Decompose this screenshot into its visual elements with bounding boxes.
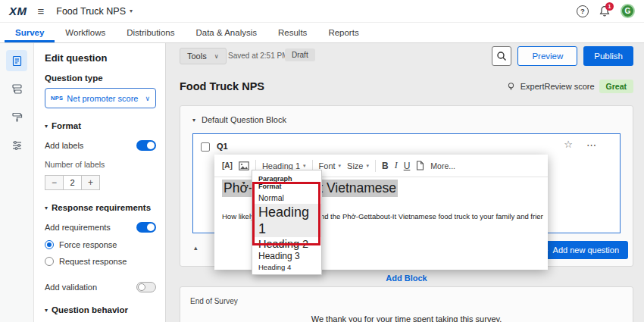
question-checkbox[interactable] [201, 142, 210, 152]
add-validation-toggle[interactable] [136, 282, 156, 292]
add-requirements-toggle[interactable] [136, 222, 156, 233]
rail-item-survey-builder[interactable] [6, 50, 27, 71]
block-title: Default Question Block [202, 115, 286, 124]
survey-title-topbar[interactable]: Food Truck NPS [56, 6, 126, 17]
rail-item-survey-options[interactable] [6, 134, 27, 155]
survey-flow-icon [11, 83, 23, 95]
menu-item-normal[interactable]: Normal [252, 192, 321, 204]
number-of-labels-label: Number of labels [45, 160, 156, 169]
add-requirements-label: Add requirements [45, 223, 111, 232]
italic-button[interactable]: I [395, 160, 398, 171]
block-footer-collapse-icon[interactable]: ▴ [194, 244, 198, 252]
menu-item-heading-3[interactable]: Heading 3 [252, 251, 321, 262]
font-dropdown-label: Font [319, 161, 336, 170]
tab-survey[interactable]: Survey [5, 23, 55, 42]
preview-button[interactable]: Preview [517, 46, 577, 66]
select-caret-icon: ∨ [145, 95, 150, 102]
insert-file-icon[interactable] [416, 161, 424, 170]
collapse-caret-icon: ▾ [45, 123, 48, 130]
tools-button[interactable]: Tools ∨ [180, 48, 227, 64]
menu-item-heading-4[interactable]: Heading 4 [252, 262, 321, 272]
dropdown-caret-icon: ▾ [339, 163, 342, 169]
main-nav: Survey Workflows Distributions Data & An… [0, 23, 644, 43]
topbar-right: ? 1 G [577, 4, 635, 18]
edit-question-panel: Edit question Question type NPS Net prom… [34, 43, 166, 322]
nps-badge: NPS [51, 95, 63, 102]
publish-button[interactable]: Publish [583, 46, 633, 66]
request-response-label: Request response [59, 257, 127, 266]
paragraph-format-dropdown[interactable]: Heading 1 ▾ [262, 161, 306, 170]
stepper-plus-button[interactable]: + [81, 175, 100, 190]
menu-item-heading-1[interactable]: Heading 1 [252, 204, 321, 237]
rail-item-survey-flow[interactable] [6, 78, 27, 99]
tab-data-analysis[interactable]: Data & Analysis [185, 23, 267, 42]
end-of-survey-label: End of Survey [190, 297, 238, 305]
tools-label: Tools [187, 52, 207, 61]
stepper-value: 2 [63, 175, 82, 190]
rich-content-editor-icon[interactable]: [A] [222, 161, 233, 170]
add-new-question-button[interactable]: + Add new question [534, 241, 628, 259]
question-type-label: Question type [45, 73, 156, 83]
question-menu-icon[interactable]: ⋯ [586, 139, 597, 151]
search-button[interactable] [492, 46, 511, 66]
xm-logo: XM [9, 5, 27, 17]
force-response-radio[interactable] [45, 240, 54, 249]
notifications-bell[interactable]: 1 [599, 5, 611, 17]
avatar[interactable]: G [621, 4, 635, 18]
underline-button[interactable]: U [404, 161, 411, 171]
expert-review-label: ExpertReview score [521, 82, 595, 91]
look-feel-icon [11, 111, 23, 123]
question-behavior-header[interactable]: ▾ Question behavior [45, 305, 156, 314]
rail-item-look-and-feel[interactable] [6, 106, 27, 127]
response-requirements-header[interactable]: ▾ Response requirements [45, 203, 156, 212]
insert-image-icon[interactable] [239, 161, 249, 170]
add-labels-toggle[interactable] [136, 140, 156, 151]
size-dropdown[interactable]: Size ▾ [347, 161, 369, 170]
force-response-option[interactable]: Force response [45, 240, 156, 249]
tab-distributions[interactable]: Distributions [116, 23, 185, 42]
question-type-select[interactable]: NPS Net promoter score ∨ [45, 88, 156, 108]
add-block-row: Add Block [180, 270, 633, 284]
star-icon[interactable]: ☆ [564, 139, 573, 150]
help-icon[interactable]: ? [577, 5, 589, 17]
add-block-link[interactable]: Add Block [386, 274, 427, 283]
more-button[interactable]: More... [430, 161, 455, 170]
dropdown-caret-icon: ▾ [367, 163, 370, 169]
tab-workflows[interactable]: Workflows [55, 23, 116, 42]
notification-badge: 1 [605, 2, 614, 11]
font-dropdown[interactable]: Font ▾ [319, 161, 342, 170]
stepper-minus-button[interactable]: − [45, 175, 64, 190]
toggle-knob [147, 224, 155, 231]
add-requirements-row: Add requirements [45, 222, 156, 233]
block-header[interactable]: ▾ Default Question Block [192, 115, 286, 124]
format-section-header[interactable]: ▾ Format [45, 121, 156, 130]
toggle-knob [138, 283, 145, 291]
response-requirements-title: Response requirements [52, 203, 151, 212]
dropdown-caret-icon: ▾ [303, 163, 306, 169]
question-behavior-title: Question behavior [52, 305, 128, 314]
question-id: Q1 [217, 142, 228, 151]
expert-review[interactable]: ExpertReview score Great [506, 80, 633, 93]
menu-item-heading-2[interactable]: Heading 2 [252, 237, 321, 251]
format-section-title: Format [52, 121, 81, 130]
bold-button[interactable]: B [382, 161, 389, 171]
toggle-knob [147, 142, 155, 149]
collapse-caret-icon: ▾ [45, 307, 48, 314]
left-icon-rail [0, 43, 34, 322]
tab-reports[interactable]: Reports [317, 23, 369, 42]
request-response-radio[interactable] [45, 257, 54, 266]
add-validation-label: Add validation [45, 283, 97, 292]
end-of-survey-card: End of Survey We thank you for your time… [180, 286, 633, 322]
block-collapse-caret-icon[interactable]: ▾ [192, 117, 195, 123]
paragraph-format-menu-header: Paragraph Format [252, 170, 321, 192]
expert-review-score-badge: Great [599, 80, 633, 93]
survey-page-title: Food Truck NPS [180, 80, 264, 92]
paragraph-format-value: Heading 1 [262, 161, 300, 170]
request-response-option[interactable]: Request response [45, 257, 156, 266]
survey-title-caret-icon[interactable]: ▾ [130, 8, 133, 14]
tab-results[interactable]: Results [267, 23, 317, 42]
add-validation-row: Add validation [45, 282, 156, 292]
force-response-label: Force response [59, 240, 117, 249]
hamburger-menu-icon[interactable]: ≡ [38, 5, 45, 17]
toolbar-right: Preview Publish [492, 46, 633, 66]
